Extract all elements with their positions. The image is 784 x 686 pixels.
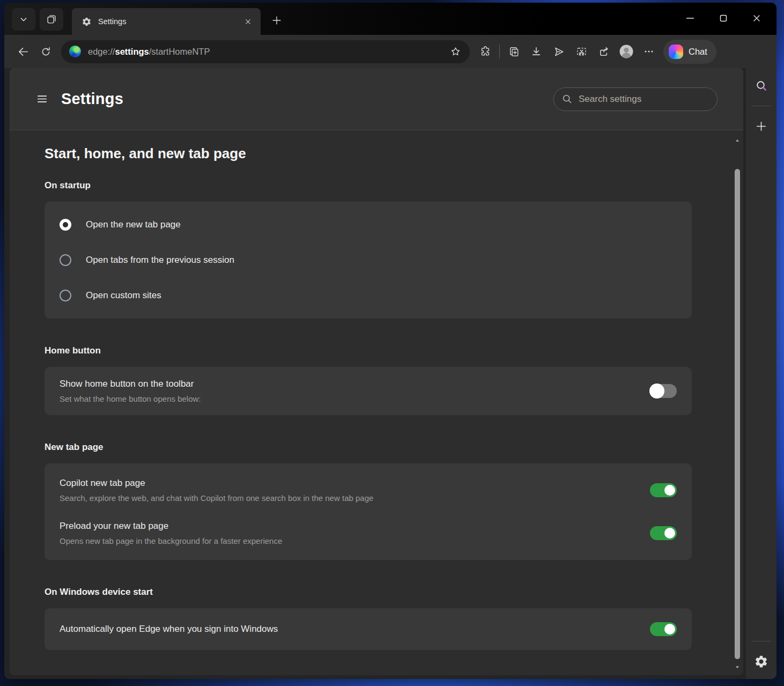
- url-text: edge://settings/startHomeNTP: [88, 47, 210, 57]
- maximize-button[interactable]: [707, 3, 740, 34]
- scroll-down-button[interactable]: [733, 662, 742, 672]
- favorite-button[interactable]: [444, 41, 467, 62]
- downloads-icon: [530, 46, 542, 57]
- edge-sidebar: [746, 68, 776, 679]
- web-capture-button[interactable]: [570, 41, 593, 62]
- share-button[interactable]: [593, 41, 615, 62]
- send-icon: [553, 46, 565, 58]
- setting-title: Copilot new tab page: [60, 478, 634, 489]
- sidebar-settings-button[interactable]: [750, 650, 773, 673]
- setting-title: Automatically open Edge when you sign in…: [60, 624, 634, 635]
- scroll-up-icon: [734, 137, 741, 144]
- radio-label: Open the new tab page: [86, 219, 181, 230]
- on-startup-card: Open the new tab page Open tabs from the…: [45, 202, 692, 319]
- setting-text: Show home button on the toolbar Set what…: [60, 379, 650, 403]
- profile-avatar: [618, 43, 634, 60]
- home-button-card: Show home button on the toolbar Set what…: [45, 367, 692, 415]
- workspaces-icon: [46, 13, 57, 25]
- scroll-up-button[interactable]: [733, 136, 742, 145]
- radio-label: Open custom sites: [86, 290, 161, 301]
- plus-icon: [755, 120, 768, 133]
- tab-title: Settings: [98, 17, 240, 26]
- share-icon: [598, 46, 610, 58]
- sidebar-divider: [752, 106, 771, 106]
- new-tab-page-card: Copilot new tab page Search, explore the…: [45, 463, 692, 560]
- preload-ntp-row: Preload your new tab page Opens new tab …: [60, 512, 677, 555]
- setting-title: Preload your new tab page: [60, 521, 634, 532]
- copilot-ntp-toggle[interactable]: [650, 483, 677, 497]
- settings-search-input[interactable]: [579, 94, 709, 105]
- radio-selected-icon[interactable]: [60, 219, 71, 231]
- minimize-icon: [684, 12, 696, 24]
- settings-header: Settings: [10, 68, 743, 130]
- scrollbar-thumb[interactable]: [735, 169, 740, 659]
- tab-close-button[interactable]: [240, 14, 255, 29]
- setting-text: Copilot new tab page Search, explore the…: [60, 478, 650, 503]
- gear-icon: [82, 17, 92, 27]
- gear-icon: [754, 654, 768, 669]
- radio-open-previous-session[interactable]: Open tabs from the previous session: [60, 242, 677, 278]
- extensions-button[interactable]: [474, 41, 497, 62]
- send-to-devices-button[interactable]: [548, 41, 570, 62]
- preload-ntp-toggle[interactable]: [650, 526, 677, 540]
- settings-content: Start, home, and new tab page On startup…: [10, 130, 743, 675]
- search-icon: [755, 79, 768, 92]
- home-button-toggle[interactable]: [650, 384, 677, 398]
- browser-window: Settings: [4, 3, 776, 679]
- maximize-icon: [718, 12, 729, 24]
- setting-description: Set what the home button opens below:: [60, 394, 634, 403]
- section-heading-windows-start: On Windows device start: [45, 587, 692, 598]
- plus-icon: [271, 14, 283, 26]
- profile-button[interactable]: [615, 41, 638, 62]
- refresh-button[interactable]: [34, 41, 57, 62]
- settings-search-box[interactable]: [553, 87, 718, 111]
- edge-logo-icon: [69, 46, 81, 57]
- more-options-button[interactable]: [638, 41, 660, 62]
- close-icon: [751, 13, 762, 24]
- minimize-button[interactable]: [674, 3, 707, 34]
- address-bar[interactable]: edge://settings/startHomeNTP: [61, 40, 470, 63]
- sidebar-add-button[interactable]: [750, 115, 773, 137]
- settings-page-title: Settings: [61, 90, 123, 108]
- extensions-puzzle-icon: [479, 46, 491, 57]
- downloads-button[interactable]: [525, 41, 548, 62]
- browser-toolbar: edge://settings/startHomeNTP: [4, 35, 776, 68]
- scroll-down-icon: [734, 664, 741, 670]
- radio-open-new-tab-page[interactable]: Open the new tab page: [60, 207, 677, 242]
- settings-page-panel: Settings Start, home, and new tab page O…: [10, 68, 743, 675]
- window-controls: [674, 3, 773, 34]
- chat-button-label: Chat: [689, 47, 707, 57]
- tab-search-button[interactable]: [12, 8, 35, 31]
- copilot-ntp-row: Copilot new tab page Search, explore the…: [60, 469, 677, 512]
- windows-start-card: Automatically open Edge when you sign in…: [45, 608, 692, 650]
- new-tab-button[interactable]: [266, 10, 287, 31]
- radio-unselected-icon[interactable]: [60, 254, 71, 266]
- chevron-down-icon: [18, 13, 29, 25]
- setting-description: Search, explore the web, and chat with C…: [60, 493, 634, 503]
- sidebar-divider: [752, 641, 771, 641]
- sidebar-search-button[interactable]: [750, 75, 773, 97]
- setting-text: Preload your new tab page Opens new tab …: [60, 521, 650, 545]
- tab-strip: Settings: [4, 3, 776, 35]
- radio-open-custom-sites[interactable]: Open custom sites: [60, 278, 677, 313]
- auto-open-edge-toggle[interactable]: [650, 622, 677, 636]
- section-heading-on-startup: On startup: [45, 180, 692, 191]
- close-icon: [245, 18, 252, 25]
- setting-title: Show home button on the toolbar: [60, 379, 634, 389]
- search-icon: [561, 93, 573, 105]
- close-window-button[interactable]: [740, 3, 773, 34]
- web-capture-icon: [575, 46, 588, 58]
- refresh-icon: [40, 46, 51, 57]
- toolbar-divider: [499, 45, 500, 58]
- active-tab[interactable]: Settings: [72, 8, 261, 35]
- back-button[interactable]: [12, 41, 34, 62]
- radio-label: Open tabs from the previous session: [86, 255, 234, 265]
- collections-button[interactable]: [502, 41, 525, 62]
- workspaces-button[interactable]: [40, 8, 63, 31]
- work-area: Settings Start, home, and new tab page O…: [4, 68, 776, 679]
- setting-description: Opens new tab page in the background for…: [60, 536, 634, 545]
- settings-menu-button[interactable]: [31, 88, 53, 110]
- more-options-icon: [643, 46, 655, 57]
- radio-unselected-icon[interactable]: [60, 290, 71, 301]
- copilot-chat-button[interactable]: Chat: [663, 40, 716, 64]
